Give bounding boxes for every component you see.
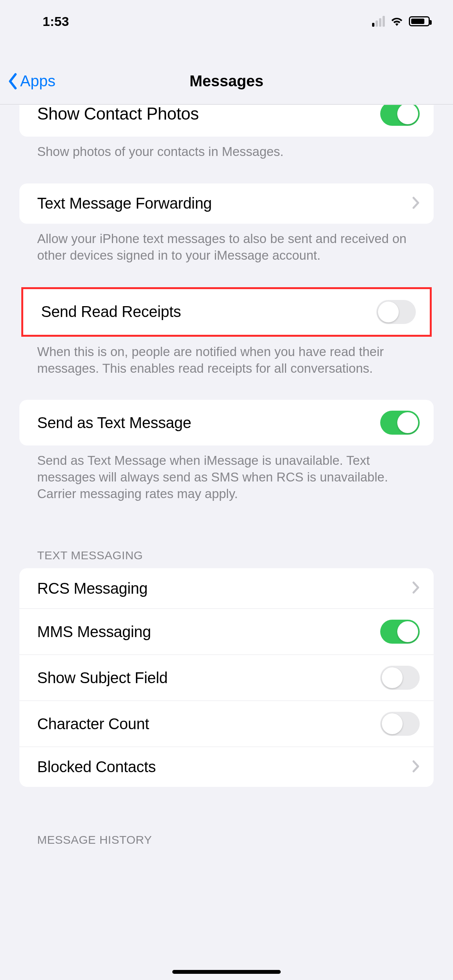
- group-read-receipts: Send Read Receipts: [21, 287, 432, 337]
- chevron-right-icon: [412, 196, 420, 211]
- note-read-receipts: When this is on, people are notified whe…: [0, 337, 434, 377]
- status-time: 1:53: [43, 14, 69, 29]
- note-send-as-text: Send as Text Message when iMessage is un…: [0, 445, 434, 502]
- home-indicator: [172, 970, 281, 974]
- row-rcs-messaging[interactable]: RCS Messaging: [19, 568, 434, 608]
- row-send-as-text[interactable]: Send as Text Message: [19, 400, 434, 445]
- chevron-right-icon: [412, 581, 420, 596]
- section-header-text-messaging: TEXT MESSAGING: [0, 549, 453, 568]
- group-text-forwarding: Text Message Forwarding: [19, 183, 434, 224]
- row-label: Show Subject Field: [37, 669, 168, 687]
- row-blocked-contacts[interactable]: Blocked Contacts: [19, 747, 434, 787]
- settings-content: Show Contact Photos Show photos of your …: [0, 105, 453, 980]
- wifi-icon: [390, 16, 403, 26]
- row-read-receipts[interactable]: Send Read Receipts: [23, 289, 430, 335]
- row-label: Send Read Receipts: [41, 303, 181, 320]
- toggle-subject-field[interactable]: [380, 666, 420, 690]
- nav-header: Apps Messages: [0, 58, 453, 105]
- cellular-signal-icon: [372, 16, 385, 27]
- row-label: Send as Text Message: [37, 414, 191, 432]
- chevron-left-icon: [8, 73, 18, 90]
- group-show-contact-photos: Show Contact Photos: [19, 105, 434, 137]
- page-title: Messages: [189, 72, 263, 90]
- status-indicators: [372, 16, 430, 27]
- group-text-messaging: RCS Messaging MMS Messaging Show Subject…: [19, 568, 434, 787]
- row-label: MMS Messaging: [37, 623, 151, 641]
- chevron-right-icon: [412, 760, 420, 774]
- status-bar: 1:53: [0, 0, 453, 43]
- row-label: Show Contact Photos: [37, 105, 199, 123]
- row-text-forwarding[interactable]: Text Message Forwarding: [19, 183, 434, 224]
- back-label: Apps: [20, 72, 55, 90]
- toggle-mms[interactable]: [380, 620, 420, 644]
- row-show-contact-photos[interactable]: Show Contact Photos: [19, 105, 434, 137]
- toggle-show-contact-photos[interactable]: [380, 105, 420, 126]
- section-header-message-history: MESSAGE HISTORY: [0, 833, 453, 853]
- row-show-subject-field[interactable]: Show Subject Field: [19, 654, 434, 701]
- toggle-send-as-text[interactable]: [380, 411, 420, 435]
- row-label: Blocked Contacts: [37, 758, 156, 776]
- toggle-read-receipts[interactable]: [376, 300, 416, 324]
- group-send-as-text: Send as Text Message: [19, 400, 434, 445]
- note-text-forwarding: Allow your iPhone text messages to also …: [0, 224, 434, 264]
- row-label: Text Message Forwarding: [37, 195, 212, 212]
- toggle-character-count[interactable]: [380, 712, 420, 736]
- row-mms-messaging[interactable]: MMS Messaging: [19, 608, 434, 654]
- row-label: RCS Messaging: [37, 580, 148, 597]
- battery-icon: [409, 16, 430, 26]
- row-character-count[interactable]: Character Count: [19, 701, 434, 747]
- row-label: Character Count: [37, 715, 149, 733]
- note-show-contact-photos: Show photos of your contacts in Messages…: [0, 137, 434, 160]
- back-button[interactable]: Apps: [8, 72, 55, 90]
